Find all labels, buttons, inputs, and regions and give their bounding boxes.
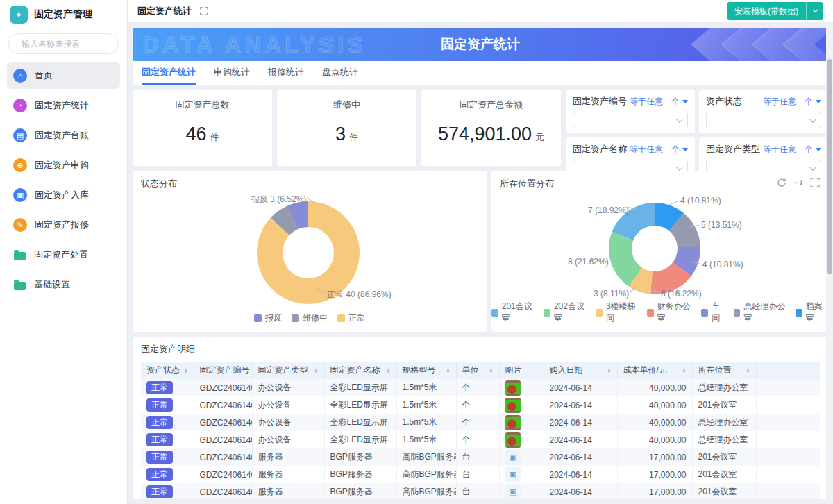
column-header-单位[interactable]: 单位▲▼ <box>456 362 499 379</box>
column-header-购入日期[interactable]: 购入日期▲▼ <box>544 362 617 379</box>
cell-image <box>499 431 544 448</box>
filter-select[interactable] <box>706 112 821 128</box>
filter-operator[interactable]: 等于任意一个 <box>763 96 821 108</box>
table-row[interactable]: 正常GDZC240614028办公设备全彩LED显示屏1.5m*5米个2024-… <box>141 414 820 431</box>
column-header-成本单价/元[interactable]: 成本单价/元▲▼ <box>617 362 692 379</box>
stat-label: 固定资产总金额 <box>421 90 561 111</box>
server-photo[interactable]: ▣ <box>505 467 521 482</box>
sidebar-item-固定资产申购[interactable]: ⊕固定资产申购 <box>7 152 120 178</box>
sidebar-item-固定资产处置[interactable]: 固定资产处置 <box>7 242 120 268</box>
table-row[interactable]: 正常GDZC240614026服务器BGP服务器高防BGP服务器台▣2024-0… <box>141 448 820 466</box>
filter-operator[interactable]: 等于任意一个 <box>630 144 688 156</box>
cell-type: 办公设备 <box>252 431 324 448</box>
table-row[interactable]: 正常GDZC240614029办公设备全彩LED显示屏1.5m*5米个2024-… <box>141 396 820 414</box>
install-template-label[interactable]: 安装模板(带数据) <box>727 2 806 20</box>
sort-icon[interactable]: ▲▼ <box>489 368 494 373</box>
column-header-规格型号[interactable]: 规格型号▲▼ <box>396 362 456 379</box>
install-template-caret[interactable] <box>806 2 823 20</box>
filter-select[interactable] <box>573 112 688 128</box>
cell-type: 办公设备 <box>252 379 324 396</box>
sort-icon[interactable]: ▲▼ <box>387 368 391 373</box>
sort-desc: ▼ <box>446 371 451 373</box>
cell-date: 2024-06-14 <box>544 431 617 448</box>
table-row[interactable]: 正常GDZC240614027办公设备全彩LED显示屏1.5m*5米个2024-… <box>141 431 820 448</box>
led-screen-photo[interactable] <box>505 398 521 413</box>
cell-image <box>499 379 544 396</box>
sidebar-menu: ⌂首页◔固定资产统计▤固定资产台账⊕固定资产申购▣固定资产入库✎固定资产报修固定… <box>0 62 127 298</box>
column-header-资产状态[interactable]: 资产状态▲▼ <box>141 362 194 379</box>
sort-desc: ▼ <box>184 371 188 373</box>
sidebar-item-固定资产报修[interactable]: ✎固定资产报修 <box>7 212 120 238</box>
sidebar-search[interactable] <box>8 33 119 54</box>
table-row[interactable]: 正常GDZC240614025服务器BGP服务器高防BGP服务器台▣2024-0… <box>141 466 820 483</box>
table-row[interactable]: 正常GDZC240614030办公设备全彩LED显示屏1.5m*5米个2024-… <box>141 379 820 396</box>
legend-item-维修中[interactable]: 维修中 <box>292 312 328 324</box>
install-template-button[interactable]: 安装模板(带数据) <box>727 2 823 20</box>
legend-item-正常[interactable]: 正常 <box>337 312 365 324</box>
server-photo[interactable]: ▣ <box>505 485 521 500</box>
sidebar-item-固定资产台账[interactable]: ▤固定资产台账 <box>7 122 120 149</box>
cell-status: 正常 <box>141 466 194 483</box>
stat-value: 574,901.00 <box>438 124 532 144</box>
legend-item-报废[interactable]: 报废 <box>254 312 282 324</box>
tab-报修统计[interactable]: 报修统计 <box>268 61 304 85</box>
server-photo[interactable]: ▣ <box>505 450 521 465</box>
legend-item-车间[interactable]: 车间 <box>701 301 726 324</box>
sort-icon[interactable]: ▲▼ <box>607 368 612 373</box>
led-screen-photo[interactable] <box>505 380 521 396</box>
cell-name: 全彩LED显示屏 <box>324 431 396 448</box>
tab-盘点统计[interactable]: 盘点统计 <box>322 61 358 85</box>
legend-item-202会议室[interactable]: 202会议室 <box>544 301 589 324</box>
tab-申购统计[interactable]: 申购统计 <box>214 61 250 85</box>
vertical-scrollbar-thumb[interactable] <box>827 59 832 274</box>
repair-icon: ✎ <box>13 218 27 232</box>
expand-icon[interactable] <box>810 178 820 187</box>
fullscreen-icon[interactable] <box>200 7 208 15</box>
sidebar-item-固定资产统计[interactable]: ◔固定资产统计 <box>7 92 120 119</box>
cell-date: 2024-06-14 <box>544 414 617 431</box>
led-screen-photo[interactable] <box>505 432 521 448</box>
location-legend: 201会议室202会议室3楼楼梯间财务办公室车间总经理办公室档案室 <box>491 301 828 324</box>
legend-item-档案室[interactable]: 档案室 <box>796 301 828 324</box>
legend-item-财务办公室[interactable]: 财务办公室 <box>647 301 695 324</box>
sidebar-item-label: 基础设置 <box>34 278 70 291</box>
table-row[interactable]: 正常GDZC240614024服务器BGP服务器高防BGP服务器台▣2024-0… <box>141 483 820 499</box>
legend-item-总经理办公室[interactable]: 总经理办公室 <box>734 301 789 324</box>
sort-icon[interactable]: ▲▼ <box>746 368 750 373</box>
sort-icon[interactable]: ▲▼ <box>682 368 687 373</box>
sidebar-item-固定资产入库[interactable]: ▣固定资产入库 <box>7 182 120 208</box>
legend-item-3楼楼梯间[interactable]: 3楼楼梯间 <box>596 301 640 324</box>
location-donut-chart[interactable] <box>609 203 700 294</box>
sort-icon[interactable] <box>793 178 803 187</box>
sidebar-item-基础设置[interactable]: 基础设置 <box>7 271 120 298</box>
cell-code: GDZC240614029 <box>194 396 252 414</box>
purchase-icon: ⊕ <box>13 158 27 172</box>
filter-operator[interactable]: 等于任意一个 <box>763 144 821 156</box>
column-header-所在位置[interactable]: 所在位置▲▼ <box>692 362 756 379</box>
column-header-图片: 图片 <box>499 362 544 379</box>
refresh-icon[interactable] <box>777 178 786 187</box>
sort-icon[interactable]: ▲▼ <box>314 368 319 373</box>
sort-icon[interactable]: ▲▼ <box>184 368 188 373</box>
cell-unit: 台 <box>456 466 499 483</box>
sidebar-item-首页[interactable]: ⌂首页 <box>7 62 120 89</box>
column-label: 固定资产编号 <box>200 364 250 376</box>
filter-header: 固定资产编号等于任意一个 <box>573 95 688 108</box>
column-header-固定资产名称[interactable]: 固定资产名称▲▼ <box>324 362 396 379</box>
search-input[interactable] <box>22 39 129 49</box>
page-title: 固定资产统计 <box>441 28 520 61</box>
tab-固定资产统计[interactable]: 固定资产统计 <box>142 61 196 85</box>
sort-desc: ▼ <box>489 371 494 373</box>
hero-panel: DATA ANALYSIS 固定资产统计 固定资产统计申购统计报修统计盘点统计 <box>133 28 828 85</box>
vertical-scrollbar-track[interactable] <box>826 23 833 504</box>
table-body: 正常GDZC240614030办公设备全彩LED显示屏1.5m*5米个2024-… <box>141 379 820 499</box>
ledger-icon: ▤ <box>13 128 27 142</box>
pie-callout: 正常 40 (86.96%) <box>327 289 392 301</box>
legend-item-201会议室[interactable]: 201会议室 <box>491 301 537 324</box>
led-screen-photo[interactable] <box>505 415 521 430</box>
filter-operator[interactable]: 等于任意一个 <box>630 96 688 108</box>
topbar-active-tab[interactable]: 固定资产统计 <box>137 5 192 17</box>
sort-icon[interactable]: ▲▼ <box>446 368 451 373</box>
column-header-固定资产编号[interactable]: 固定资产编号▲▼ <box>194 362 252 379</box>
column-header-固定资产类型[interactable]: 固定资产类型▲▼ <box>252 362 324 379</box>
